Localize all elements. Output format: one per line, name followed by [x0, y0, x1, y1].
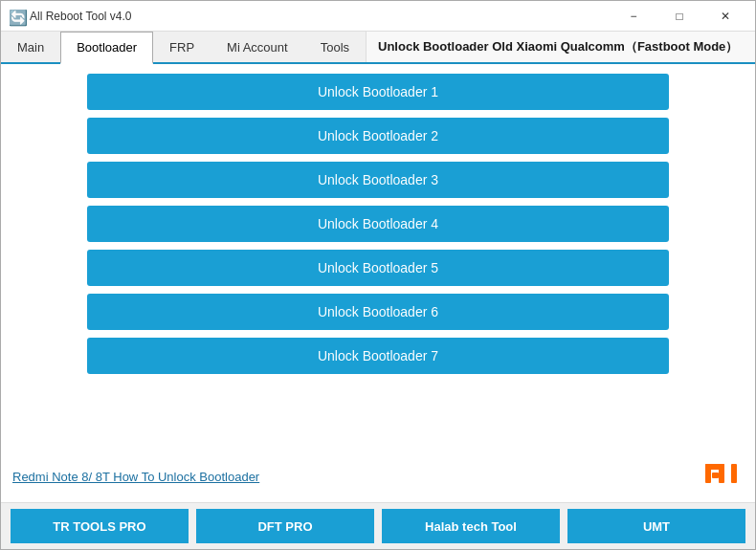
unlock-bootloader-4-button[interactable]: Unlock Bootloader 4 [87, 206, 669, 242]
unlock-bootloader-2-button[interactable]: Unlock Bootloader 2 [87, 118, 669, 154]
tab-mi-account[interactable]: Mi Account [211, 32, 304, 62]
tab-main[interactable]: Main [1, 32, 60, 62]
minimize-button[interactable]: − [611, 3, 656, 30]
unlock-bootloader-6-button[interactable]: Unlock Bootloader 6 [87, 294, 669, 330]
umt-button[interactable]: UMT [567, 509, 745, 543]
tab-tools[interactable]: Tools [304, 32, 366, 62]
svg-rect-3 [712, 473, 719, 478]
unlock-bootloader-5-button[interactable]: Unlock Bootloader 5 [87, 250, 669, 286]
mi-logo [705, 459, 744, 495]
bottom-row: Redmi Note 8/ 8T How To Unlock Bootloade… [12, 459, 744, 495]
bottom-section: Redmi Note 8/ 8T How To Unlock Bootloade… [1, 455, 755, 502]
main-content: Unlock Bootloader 1 Unlock Bootloader 2 … [1, 64, 755, 455]
svg-rect-4 [731, 464, 737, 483]
app-window: 🔄 All Reboot Tool v4.0 − □ ✕ Main Bootlo… [0, 0, 756, 550]
tab-description: Unlock Bootloader Old Xiaomi Qualcomm（Fa… [366, 32, 755, 62]
unlock-bootloader-7-button[interactable]: Unlock Bootloader 7 [87, 338, 669, 374]
tr-tools-pro-button[interactable]: TR TOOLS PRO [11, 509, 189, 543]
status-text[interactable]: Redmi Note 8/ 8T How To Unlock Bootloade… [12, 470, 259, 484]
title-bar: 🔄 All Reboot Tool v4.0 − □ ✕ [1, 1, 755, 32]
footer-bar: TR TOOLS PRO DFT PRO Halab tech Tool UMT [1, 502, 755, 549]
maximize-button[interactable]: □ [657, 3, 701, 30]
tab-bar: Main Bootloader FRP Mi Account Tools Unl… [1, 32, 755, 64]
dft-pro-button[interactable]: DFT PRO [196, 509, 374, 543]
tab-bootloader[interactable]: Bootloader [60, 32, 153, 64]
window-controls: − □ ✕ [611, 3, 747, 30]
tab-frp[interactable]: FRP [153, 32, 211, 62]
close-button[interactable]: ✕ [703, 3, 747, 30]
title-bar-left: 🔄 All Reboot Tool v4.0 [9, 9, 132, 24]
svg-rect-2 [719, 464, 724, 483]
unlock-bootloader-3-button[interactable]: Unlock Bootloader 3 [87, 162, 669, 198]
app-title: All Reboot Tool v4.0 [30, 10, 132, 23]
app-icon: 🔄 [9, 9, 24, 24]
unlock-bootloader-1-button[interactable]: Unlock Bootloader 1 [87, 74, 669, 110]
halab-tech-tool-button[interactable]: Halab tech Tool [382, 509, 560, 543]
